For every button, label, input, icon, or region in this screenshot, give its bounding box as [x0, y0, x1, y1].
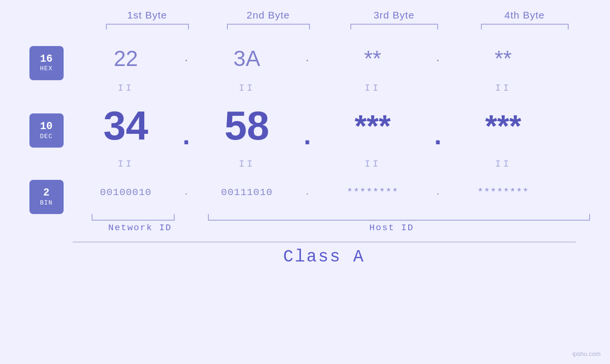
full-layout: 1st Byte 2nd Byte 3rd Byte 4th Byte	[20, 9, 590, 267]
bin-dot-2: .	[300, 187, 315, 197]
eq1-b1: II	[73, 83, 179, 93]
bracket-line-b1	[106, 24, 189, 29]
bracket-line-b2	[227, 24, 310, 29]
eq-spacer-2	[20, 159, 73, 178]
hex-dot-3: .	[431, 49, 445, 67]
bin-badge-slot: 2 BIN	[20, 178, 73, 216]
equals-row-1: II II II II	[73, 78, 590, 97]
bottom-bracket-row	[73, 214, 590, 221]
network-bracket-wrap	[73, 214, 194, 221]
top-brackets	[87, 24, 590, 29]
host-bracket-b2-wrap	[208, 214, 329, 221]
bin-b2: 00111010	[194, 187, 300, 198]
bin-row: 00100010 . 00111010 . ******** . *******…	[73, 173, 590, 211]
bin-badge-number: 2	[43, 187, 49, 199]
host-bracket-mid	[329, 214, 460, 221]
bracket-b4	[460, 24, 590, 29]
bracket-line-b3	[350, 24, 438, 29]
bin-b4: ********	[445, 187, 562, 198]
class-bracket-line	[73, 242, 576, 243]
eq2-b2: II	[194, 159, 300, 169]
bin-badge: 2 BIN	[29, 180, 64, 214]
bracket-spacer-1	[194, 214, 208, 221]
byte2-header: 2nd Byte	[208, 9, 329, 21]
bin-b1: 00100010	[73, 187, 179, 198]
class-label: Class A	[73, 247, 576, 267]
dec-badge-slot: 10 DEC	[20, 102, 73, 159]
eq1-b4: II	[445, 83, 562, 93]
hex-b2: 3A	[194, 46, 300, 71]
hex-badge-number: 16	[40, 54, 52, 65]
byte-headers-row: 1st Byte 2nd Byte 3rd Byte 4th Byte	[87, 9, 590, 21]
bracket-b1	[87, 24, 208, 29]
main-container: 1st Byte 2nd Byte 3rd Byte 4th Byte	[0, 0, 610, 364]
byte1-header: 1st Byte	[87, 9, 208, 21]
eq1-b2: II	[194, 83, 300, 93]
dec-badge-label: DEC	[40, 133, 52, 140]
bracket-b2	[208, 24, 329, 29]
eq1-b3: II	[315, 83, 431, 93]
byte4-header: 4th Byte	[460, 9, 590, 21]
byte3-header: 3rd Byte	[329, 9, 460, 21]
host-bracket-left	[208, 214, 329, 221]
hex-b3: **	[315, 46, 431, 71]
hex-dot-2: .	[300, 49, 315, 67]
dec-dot-3: .	[431, 120, 445, 154]
eq2-b4: II	[445, 159, 562, 169]
host-id-label: Host ID	[208, 223, 576, 233]
bin-dot-3: .	[431, 187, 445, 197]
dec-b2: 58	[194, 103, 300, 149]
dec-dot-2: .	[300, 120, 315, 154]
dec-b3: ***	[315, 108, 431, 144]
dec-b4: ***	[445, 108, 562, 144]
id-labels-row: Network ID Host ID	[73, 223, 590, 233]
bin-b3: ********	[315, 187, 431, 198]
bin-badge-label: BIN	[40, 199, 52, 206]
dec-dot-1: .	[179, 120, 194, 154]
eq-spacer-1	[20, 83, 73, 102]
hex-b4: **	[445, 46, 562, 71]
bracket-b3	[329, 24, 460, 29]
hex-row: 22 . 3A . ** . **	[73, 38, 590, 78]
bin-dot-1: .	[179, 187, 194, 197]
network-id-label: Network ID	[73, 223, 208, 233]
host-bracket-right	[460, 214, 590, 221]
hex-b1: 22	[73, 46, 179, 71]
dec-badge-number: 10	[40, 121, 52, 132]
rows-wrapper: 16 HEX 10 DEC	[20, 38, 590, 267]
watermark: ipshu.com	[572, 350, 601, 357]
equals-row-2: II II II II	[73, 154, 590, 173]
dec-row: 34 . 58 . *** . ***	[73, 97, 590, 154]
dec-b1: 34	[73, 103, 179, 149]
hex-badge: 16 HEX	[29, 46, 64, 80]
eq2-b3: II	[315, 159, 431, 169]
eq2-b1: II	[73, 159, 179, 169]
right-data-col: 22 . 3A . ** . ** II II II II	[73, 38, 590, 267]
class-section: Class A	[73, 242, 576, 267]
network-bracket-line	[92, 214, 175, 221]
left-badges-col: 16 HEX 10 DEC	[20, 38, 73, 267]
hex-dot-1: .	[179, 49, 194, 67]
hex-badge-slot: 16 HEX	[20, 43, 73, 83]
bracket-line-b4	[481, 24, 569, 29]
hex-badge-label: HEX	[40, 65, 52, 72]
dec-badge: 10 DEC	[29, 113, 64, 148]
